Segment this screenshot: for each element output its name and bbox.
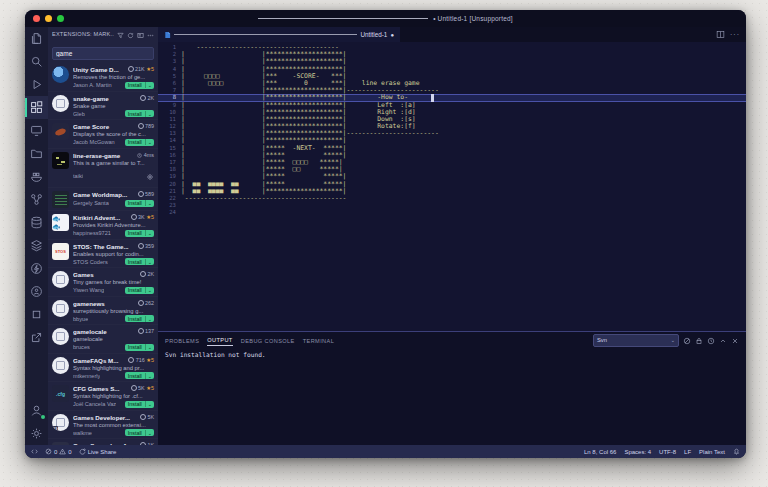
extension-item[interactable]: gamelocale137gamelocalebrucesInstall⌄ [48,325,158,354]
share-view-icon[interactable] [25,326,48,349]
layers-icon[interactable] [25,234,48,257]
chevron-down-icon[interactable]: ⌄ [145,82,154,88]
search-icon[interactable] [25,50,48,73]
extension-item[interactable]: Game Score789Displays the score of the c… [48,120,158,149]
remote-explorer-icon[interactable] [25,119,48,142]
tab-untitled-1[interactable]: Untitled-1 ● [158,27,400,42]
cursor-position[interactable]: Ln 8, Col 66 [584,449,616,455]
extension-item[interactable]: Unity Game D...21K★5Removes the friction… [48,63,158,92]
editor-line-24[interactable]: 24 [158,209,746,216]
extension-item[interactable]: .cfgCFG Games S...5K★5Syntax highlightin… [48,382,158,411]
live-share-button[interactable]: Live Share [79,448,117,455]
scroll-lock-icon[interactable] [695,331,703,349]
chevron-down-icon[interactable]: ⌄ [145,230,154,236]
extension-item[interactable]: 🐟🐟Kirikiri Advent...3K★5Provides Kirikir… [48,211,158,240]
extension-name: GameFAQs M... [73,357,126,364]
chevron-down-icon[interactable]: ⌄ [145,287,154,293]
output-channel-select[interactable]: Svn ⌄ [593,334,679,347]
extension-description: surreptitiously browsing g... [73,308,154,314]
install-button[interactable]: Install⌄ [125,401,154,408]
split-editor-icon[interactable] [716,30,725,39]
editor-more-actions-icon[interactable]: ··· [730,31,740,38]
chevron-down-icon[interactable]: ⌄ [145,316,154,322]
extension-item[interactable]: 19Games Developer...5KThe most common ex… [48,411,158,440]
panel-tab-problems[interactable]: PROBLEMS [165,335,199,346]
chevron-down-icon[interactable]: ⌄ [145,344,154,350]
extension-item[interactable]: Game Worldmap...589Gergely SantaInstall⌄ [48,188,158,211]
remote-indicator[interactable] [31,448,38,455]
zoom-window-button[interactable] [57,15,64,22]
install-button[interactable]: Install⌄ [125,429,154,436]
extension-downloads: 21K [135,66,145,72]
panel-tab-terminal[interactable]: TERMINAL [303,335,334,346]
indentation[interactable]: Spaces: 4 [624,449,651,455]
extension-description: Snake game [73,103,154,109]
install-button[interactable]: Install⌄ [125,139,154,146]
line-number: 22 [158,195,181,202]
install-button[interactable]: Install⌄ [125,230,154,237]
panel-tab-debug-console[interactable]: DEBUG CONSOLE [241,335,295,346]
install-button[interactable]: Install⌄ [125,258,154,265]
explorer-icon[interactable] [25,27,48,50]
history-icon[interactable] [707,331,715,349]
extension-name: Game Score [73,123,136,130]
accounts-icon[interactable] [25,399,48,422]
install-button[interactable]: Install⌄ [125,200,154,207]
chevron-down-icon[interactable]: ⌄ [145,430,154,436]
network-graph-icon[interactable] [25,188,48,211]
install-button[interactable]: Install⌄ [125,344,154,351]
chevron-down-icon[interactable]: ⌄ [145,200,154,206]
editor-line-22[interactable]: 22 -------------------------------------… [158,195,746,202]
extension-icon: 19 [52,414,69,431]
install-button[interactable]: Install⌄ [125,315,154,322]
run-and-debug-icon[interactable] [25,73,48,96]
close-window-button[interactable] [33,15,40,22]
problems-status[interactable]: 00 [45,448,72,455]
power-icon[interactable] [25,257,48,280]
extension-item[interactable]: snake-game2KSnake gameGlebInstall⌄ [48,92,158,121]
extension-item[interactable]: gamenews262surreptitiously browsing g...… [48,297,158,326]
eol[interactable]: LF [684,449,691,455]
database-icon[interactable] [25,211,48,234]
folder-view-icon[interactable] [25,142,48,165]
activity-bar-spacer [25,349,48,399]
chevron-down-icon[interactable]: ⌄ [145,373,154,379]
panel-tab-output[interactable]: OUTPUT [207,334,232,346]
editor[interactable]: 1 -------------------------------------2… [158,42,746,331]
chevron-down-icon[interactable]: ⌄ [145,111,154,117]
clear-output-icon[interactable] [683,331,691,349]
chevron-down-icon[interactable]: ⌄ [145,401,154,407]
extensions-search-input[interactable] [52,47,154,60]
minimize-window-button[interactable] [45,15,52,22]
live-share-view-icon[interactable] [25,280,48,303]
extension-description: This is a game similar to T... [73,160,154,166]
docker-icon[interactable] [25,165,48,188]
extension-item[interactable]: Games2KTiny games for break time!Yiwen W… [48,268,158,297]
install-button[interactable]: Install⌄ [125,82,154,89]
encoding[interactable]: UTF-8 [659,449,676,455]
extension-downloads: 262 [145,300,154,306]
panel-header: PROBLEMSOUTPUTDEBUG CONSOLETERMINAL Svn … [158,332,746,348]
install-button[interactable]: Install⌄ [125,372,154,379]
extension-item[interactable]: GameFAQs M...716★5Syntax highlighting an… [48,354,158,383]
install-button[interactable]: Install⌄ [125,110,154,117]
install-button[interactable]: Install⌄ [125,287,154,294]
chevron-down-icon[interactable]: ⌄ [145,139,154,145]
extension-icon [52,152,69,169]
output-content[interactable]: Svn installation not found. [158,348,746,445]
titlebar[interactable]: • Untitled-1 [Unsupported] [25,10,746,27]
extension-item[interactable]: line-erase-game4msThis is a game similar… [48,149,158,189]
settings-icon[interactable] [25,422,48,445]
language-mode[interactable]: Plain Text [699,449,725,455]
notifications-icon[interactable] [733,448,740,455]
close-icon[interactable] [731,331,739,349]
maximize-chevron-icon[interactable] [719,331,727,349]
manage-gear-icon[interactable] [146,167,154,185]
extension-meta: 137 [138,328,155,334]
chevron-down-icon[interactable]: ⌄ [145,259,154,265]
panel-view-icon[interactable] [25,303,48,326]
editor-line-23[interactable]: 23 [158,202,746,209]
extensions-icon[interactable] [25,96,48,119]
extension-icon [52,357,69,374]
extension-item[interactable]: STOSSTOS: The Game...359Enables support … [48,240,158,269]
